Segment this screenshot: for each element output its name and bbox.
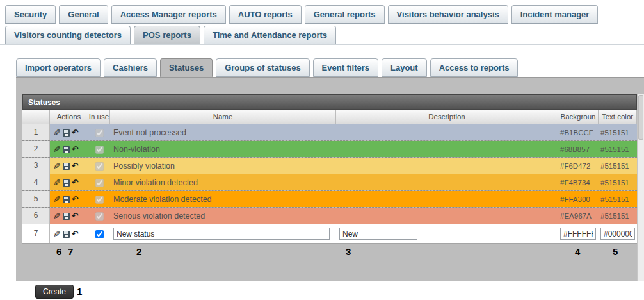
in-use-checkbox [95,179,104,187]
undo-icon[interactable] [72,211,79,221]
create-button[interactable]: Create [35,285,74,299]
edit-icon[interactable] [53,178,61,188]
edit-icon[interactable] [53,229,61,239]
tab-visitors-counting-detectors[interactable]: Visitors counting detectors [5,26,131,44]
in-use-checkbox [95,196,104,204]
actions-cell [50,144,88,154]
row-number: 1 [22,124,50,140]
tab-incident-manager[interactable]: Incident manager [511,5,599,24]
header-description: Description [336,110,558,124]
status-name: Moderate violation detected [110,195,336,204]
background-hex: #68B857 [558,146,599,153]
edit-icon[interactable] [53,144,61,154]
in-use-checkbox [95,129,104,137]
subtab-cashiers[interactable]: Cashiers [104,58,157,77]
tab-auto-reports[interactable]: AUTO reports [229,5,302,24]
subtab-layout[interactable]: Layout [382,58,427,77]
new-status-row: 7 [22,224,637,244]
new-status-name-input[interactable] [113,228,330,240]
text-color-hex: #515151 [599,146,637,153]
save-icon[interactable] [63,129,70,137]
row-number: 2 [22,141,50,157]
actions-cell [50,194,88,204]
tab-pos-reports[interactable]: POS reports [134,26,200,44]
table-row: 4 Minor violation detected #F4B734 #5151… [22,174,637,191]
in-use-checkbox [95,162,104,171]
table-row: 1 Event not processed #B1BCCF #515151 [22,124,637,141]
text-color-hex: #515151 [599,212,637,220]
annotation-5: 5 [613,246,618,257]
row-number: 3 [22,158,50,174]
save-icon[interactable] [63,213,70,220]
actions-cell [50,161,88,171]
undo-icon[interactable] [72,161,79,171]
tab-general[interactable]: General [59,5,108,24]
new-status-description-input[interactable] [339,228,417,240]
annotation-4: 4 [575,246,580,257]
save-icon[interactable] [63,196,70,203]
table-row: 3 Possibly violation #F6D472 #515151 [22,158,637,174]
new-status-background-input[interactable] [560,228,596,240]
tab-security[interactable]: Security [5,5,56,24]
table-row: 5 Moderate violation detected #FFA300 #5… [22,191,637,208]
annotation-7: 7 [68,246,73,257]
actions-cell [50,229,88,239]
status-name: Non-violation [110,145,336,154]
text-color-hex: #515151 [599,129,637,137]
save-icon[interactable] [63,163,70,170]
settings-window: Security General Access Manager reports … [0,0,644,300]
tab-time-and-attendance-reports[interactable]: Time and Attendance reports [204,26,336,44]
in-use-checkbox [95,212,104,221]
tab-visitors-behavior-analysis[interactable]: Visitors behavior analysis [388,5,508,24]
edit-icon[interactable] [53,194,61,204]
header-actions: Actions [50,110,88,124]
annotation-1: 1 [77,286,82,297]
scrollbar-thumb[interactable] [638,95,643,140]
status-name: Event not processed [110,128,336,137]
actions-cell [50,211,88,221]
table-row: 2 Non-violation #68B857 #515151 [22,141,637,158]
subtab-import-operators[interactable]: Import operators [16,58,101,77]
statuses-panel: Statuses Actions In use Name Description… [16,77,644,281]
save-icon[interactable] [63,146,70,153]
sub-tab-row: Import operators Cashiers Statuses Group… [0,45,644,77]
header-in-use: In use [88,110,110,124]
main-tab-row-1: Security General Access Manager reports … [0,0,644,24]
save-icon[interactable] [63,231,70,238]
undo-icon[interactable] [72,194,79,204]
header-row-number [22,110,50,124]
tab-access-manager-reports[interactable]: Access Manager reports [111,5,226,24]
undo-icon[interactable] [72,144,79,154]
annotation-3: 3 [346,246,351,257]
background-hex: #F4B734 [558,179,599,187]
vertical-scrollbar[interactable] [637,94,644,281]
edit-icon[interactable] [53,128,61,138]
status-name: Possibly violation [110,162,336,171]
subtab-event-filters[interactable]: Event filters [313,58,378,77]
row-number: 7 [22,224,50,243]
new-status-text-color-input[interactable] [600,228,635,240]
edit-icon[interactable] [53,161,61,171]
text-color-hex: #515151 [599,162,637,170]
annotation-6: 6 [56,246,61,257]
row-number: 4 [22,174,50,190]
in-use-checkbox[interactable] [95,230,104,238]
edit-icon[interactable] [53,211,61,221]
subtab-groups-of-statuses[interactable]: Groups of statuses [216,58,309,77]
subtab-statuses[interactable]: Statuses [160,58,213,77]
undo-icon[interactable] [72,178,79,187]
table-row: 6 Serious violation detected #EA967A #51… [22,208,637,224]
row-number: 5 [22,191,50,207]
annotation-2: 2 [136,246,141,257]
bottom-bar: Create 1 [0,281,644,300]
background-hex: #B1BCCF [558,129,599,137]
save-icon[interactable] [63,179,70,187]
actions-cell [50,178,88,188]
undo-icon[interactable] [72,229,79,238]
status-name: Minor violation detected [110,178,336,187]
text-color-hex: #515151 [599,196,637,203]
undo-icon[interactable] [72,128,79,137]
row-number: 6 [22,208,50,224]
subtab-access-to-reports[interactable]: Access to reports [430,58,519,77]
tab-general-reports[interactable]: General reports [305,5,385,24]
